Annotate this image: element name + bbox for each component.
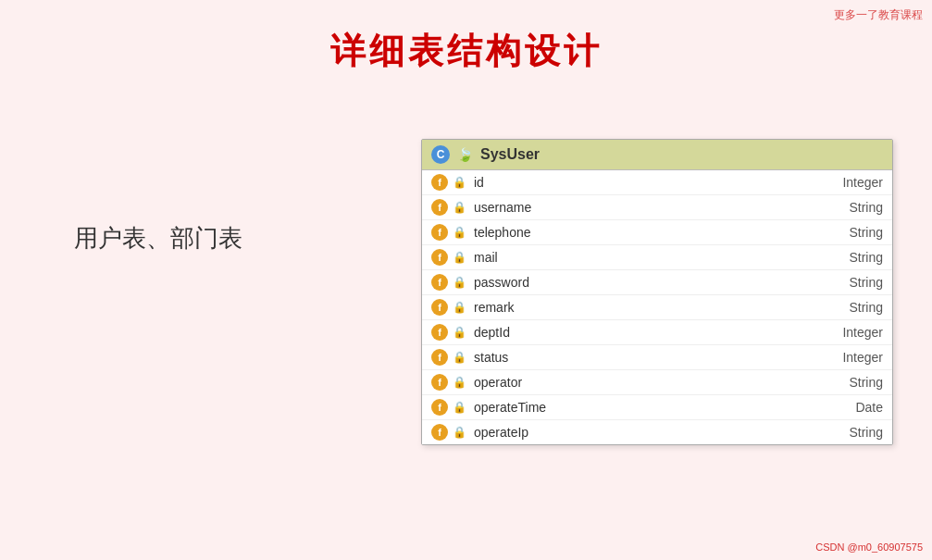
lock-icon: 🔒 [453, 226, 466, 239]
table-row: f 🔒 status Integer [422, 345, 892, 370]
field-name: operateTime [474, 400, 827, 415]
field-badge: f [431, 249, 448, 266]
field-name: password [474, 275, 827, 290]
watermark-top: 更多一了教育课程 [834, 7, 923, 23]
field-badge: f [431, 424, 448, 441]
field-name: mail [474, 250, 827, 265]
field-name: telephone [474, 225, 827, 240]
lock-icon: 🔒 [453, 376, 466, 389]
field-badge: f [431, 274, 448, 291]
page-title: 详细表结构设计 [0, 28, 932, 75]
field-name: operateIp [474, 425, 827, 440]
field-name: id [474, 175, 827, 190]
fields-list: f 🔒 id Integer f 🔒 username String f 🔒 t… [422, 170, 892, 444]
field-type: String [827, 300, 883, 315]
field-badge: f [431, 399, 448, 416]
table-row: f 🔒 remark String [422, 295, 892, 320]
field-type: String [827, 250, 883, 265]
lock-icon: 🔒 [453, 251, 466, 264]
field-type: String [827, 375, 883, 390]
field-name: remark [474, 300, 827, 315]
table-row: f 🔒 username String [422, 195, 892, 220]
table-row: f 🔒 operator String [422, 370, 892, 395]
field-type: Date [827, 400, 883, 415]
field-type: String [827, 425, 883, 440]
lock-icon: 🔒 [453, 426, 466, 439]
lock-icon: 🔒 [453, 326, 466, 339]
field-name: status [474, 350, 827, 365]
left-label: 用户表、部门表 [74, 222, 242, 255]
watermark-bottom: CSDN @m0_60907575 [815, 541, 923, 553]
lock-icon: 🔒 [453, 401, 466, 414]
class-diagram: C 🍃 SysUser f 🔒 id Integer f 🔒 username … [421, 139, 893, 445]
class-name: SysUser [480, 146, 540, 163]
field-name: username [474, 200, 827, 215]
table-row: f 🔒 mail String [422, 245, 892, 270]
table-row: f 🔒 deptId Integer [422, 320, 892, 345]
table-row: f 🔒 operateIp String [422, 420, 892, 444]
lock-icon: 🔒 [453, 201, 466, 214]
field-badge: f [431, 174, 448, 191]
field-name: operator [474, 375, 827, 390]
table-row: f 🔒 operateTime Date [422, 395, 892, 420]
class-diagram-header: C 🍃 SysUser [422, 140, 892, 170]
field-badge: f [431, 299, 448, 316]
field-name: deptId [474, 325, 827, 340]
lock-icon: 🔒 [453, 301, 466, 314]
field-type: Integer [827, 350, 883, 365]
lock-icon: 🔒 [453, 351, 466, 364]
field-badge: f [431, 349, 448, 366]
field-badge: f [431, 324, 448, 341]
table-row: f 🔒 telephone String [422, 220, 892, 245]
class-icon: 🍃 [457, 147, 473, 162]
field-type: String [827, 200, 883, 215]
field-type: Integer [827, 175, 883, 190]
field-badge: f [431, 374, 448, 391]
field-type: String [827, 225, 883, 240]
field-type: String [827, 275, 883, 290]
lock-icon: 🔒 [453, 176, 466, 189]
class-badge: C [431, 145, 450, 164]
field-badge: f [431, 224, 448, 241]
field-type: Integer [827, 325, 883, 340]
lock-icon: 🔒 [453, 276, 466, 289]
table-row: f 🔒 password String [422, 270, 892, 295]
field-badge: f [431, 199, 448, 216]
table-row: f 🔒 id Integer [422, 170, 892, 195]
